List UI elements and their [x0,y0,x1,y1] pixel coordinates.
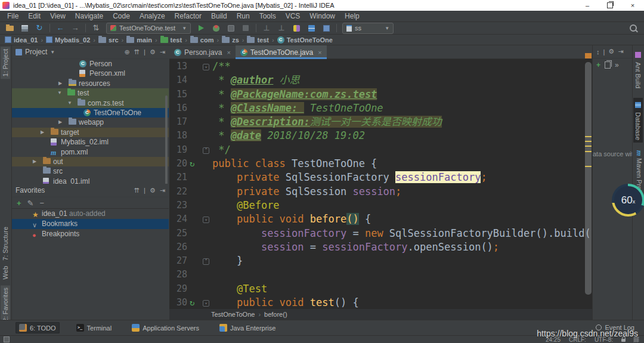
tree-expanded-arrow-icon[interactable]: ▼ [57,88,62,98]
sdk-wrench-icon[interactable] [292,23,301,33]
tree-item-src[interactable]: src [12,166,169,176]
more-icon[interactable]: » [615,61,619,69]
profiler-icon[interactable]: ⊥ [262,23,271,33]
menu-file[interactable]: File [2,11,23,21]
code-line-18[interactable]: 18 * @date 2018/10/28 19:02 [169,129,592,143]
nav-crumb-test[interactable]: test [247,36,269,44]
tree-item-Person.xml[interactable]: Person.xml [12,69,169,78]
menu-tools[interactable]: Tools [255,11,281,21]
split-icon[interactable]: ↕ [596,48,600,55]
code-line-21[interactable]: 21 private SqlSessionFactory sessionFact… [169,171,592,184]
gear-icon[interactable]: ⚙ [608,48,614,55]
breadcrumb-member[interactable]: before() [264,311,287,318]
sync-icon[interactable]: ↻ [35,23,44,33]
nav-crumb-idea_01[interactable]: idea_01 [5,36,38,44]
fold-end-icon[interactable]: ⌃ [203,147,209,154]
tree-item-pom.xml[interactable]: mpom.xml [12,147,169,157]
run-configuration-combo[interactable]: TestOneToOne.test ▼ [106,23,191,34]
editor-tab-Person.java[interactable]: CPerson.java× [169,45,236,59]
tool-button-favorites[interactable]: 2: Favorites [1,285,10,324]
favorites-item-Bookmarks[interactable]: ∨Bookmarks [12,219,169,229]
breadcrumb-class[interactable]: TestOneToOne [211,311,255,318]
bottom-tool-button-Java Enterprise[interactable]: Java Enterprise [216,322,279,333]
run-gutter-icon[interactable]: ↻ [190,296,194,309]
hide-icon[interactable]: ⇥ [160,48,165,56]
search-combo[interactable]: ss ▼ [342,23,394,34]
bottom-tool-button-Terminal[interactable]: >_Terminal [73,322,116,333]
fold-icon[interactable]: ⌄ [203,300,209,307]
module-settings-icon[interactable] [321,23,331,33]
hide-icon[interactable]: ⇥ [160,187,165,194]
project-panel-title[interactable]: Project [25,48,47,56]
code-line-14[interactable]: 14 * @author 小思 [169,73,592,87]
open-icon[interactable] [5,23,14,33]
nav-crumb-src[interactable]: src [98,36,119,44]
code-line-22[interactable]: 22 private SqlSession session; [169,185,592,199]
nav-crumb-Mybatis_02[interactable]: Mybatis_02 [46,36,90,44]
fold-icon[interactable]: ⌄ [203,217,209,223]
duplicate-icon[interactable] [605,61,611,69]
run-gutter-icon[interactable]: ↻ [190,157,194,171]
error-stripe-warning[interactable] [585,53,592,58]
nav-crumb-zs[interactable]: zs [222,36,239,44]
project-structure-icon[interactable] [306,23,316,33]
updown-icon[interactable]: ⇅ [91,23,101,33]
favorites-item-Breakpoints[interactable]: ●Breakpoints [12,229,169,239]
tree-collapsed-arrow-icon[interactable]: ▶ [41,128,44,137]
menu-view[interactable]: View [45,11,70,21]
editor-tab-TestOneToOne.java[interactable]: CTestOneToOne.java× [236,45,327,59]
coverage-icon[interactable] [226,23,236,33]
tree-item-out[interactable]: ▶out [12,157,169,166]
lock-icon[interactable] [621,339,626,342]
scrollbar-thumb[interactable] [585,62,592,295]
back-icon[interactable]: ← [55,23,65,33]
menu-edit[interactable]: Edit [23,11,45,21]
tree-item-com.zs.test[interactable]: ▼com.zs.test [12,98,169,108]
tool-button-database[interactable]: Database [633,98,643,143]
menu-build[interactable]: Build [206,11,232,21]
nav-crumb-TestOneToOne[interactable]: CTestOneToOne [277,36,333,44]
code-line-15[interactable]: 15 * @PackageName:com.zs.test [169,88,592,101]
tool-button-structure[interactable]: 7: Structure [1,224,10,263]
restore-button[interactable] [599,0,621,11]
close-icon[interactable]: × [227,49,230,56]
forward-icon[interactable]: → [70,23,80,33]
stop-icon[interactable] [241,23,250,33]
edit-favorite-icon[interactable]: ✎ [27,199,34,208]
nav-crumb-main[interactable]: main [126,36,152,44]
bottom-tool-button-6: TODO[interactable]: 6: TODO [16,322,60,333]
fold-end-icon[interactable]: ⌃ [203,258,209,265]
tree-item-TestOneToOne[interactable]: CTestOneToOne [12,108,169,118]
code-line-28[interactable]: 28 [169,268,592,282]
code-line-30[interactable]: 30↻⌄ public void test() { [169,296,592,309]
project-scrollbar[interactable] [165,95,168,184]
nav-crumb-test[interactable]: test [160,36,182,44]
code-line-27[interactable]: 27⌃ } [169,254,592,268]
remove-favorite-icon[interactable]: − [40,199,45,208]
locate-icon[interactable]: ⊕ [125,48,130,56]
close-icon[interactable]: × [318,49,321,56]
code-line-24[interactable]: 24⌄ public void before() { [169,212,592,226]
tree-item-webapp[interactable]: ▶webapp [12,118,169,127]
code-line-16[interactable]: 16 * @ClassName: TestOneToOne [169,101,592,115]
bottom-tool-button-Application Servers[interactable]: Application Servers [128,322,203,333]
code-line-20[interactable]: 20↻public class TestOneToOne { [169,157,592,171]
add-data-source-icon[interactable]: + [596,61,600,69]
collapse-all-icon[interactable]: ⇈ [134,48,140,56]
tree-collapsed-arrow-icon[interactable]: ▶ [58,79,62,88]
minimize-button[interactable]: – [576,0,599,11]
menu-help[interactable]: Help [340,11,364,21]
tool-button-ant-build[interactable]: Ant Build [633,48,643,91]
tool-button-web[interactable]: Web [1,264,10,282]
tree-item-idea_01.iml[interactable]: idea_01.iml [12,177,169,184]
hide-icon[interactable]: ⇥ [618,48,623,55]
favorites-item-idea_01[interactable]: ★idea_01 auto-added [12,209,169,219]
gear-icon[interactable]: ⚙ [150,48,156,56]
run-icon[interactable] [196,23,206,33]
tree-item-Person[interactable]: CPerson [12,59,169,69]
menu-window[interactable]: Window [305,11,340,21]
code-line-29[interactable]: 29 @Test [169,282,592,296]
code-line-19[interactable]: 19⌃ */ [169,143,592,157]
editor-scrollbar[interactable] [585,60,592,309]
save-all-icon[interactable] [20,23,29,33]
